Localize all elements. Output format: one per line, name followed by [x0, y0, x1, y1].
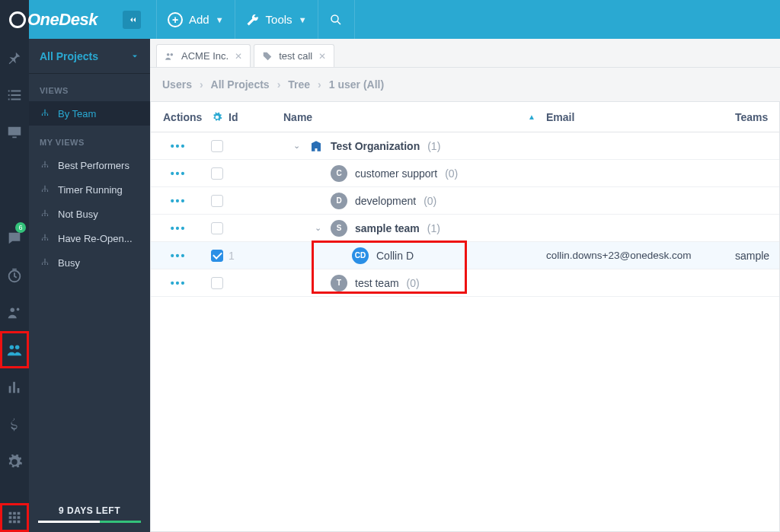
- avatar: S: [331, 220, 347, 237]
- row-checkbox[interactable]: [211, 140, 223, 152]
- col-name[interactable]: Name ▲: [283, 111, 546, 123]
- tools-button[interactable]: Tools ▼: [235, 0, 318, 39]
- tab-bar: ACME Inc. ✕ test call ✕: [150, 39, 780, 68]
- row-checkbox[interactable]: [211, 195, 223, 207]
- chevron-down-icon: ▼: [299, 15, 307, 24]
- plus-icon: +: [168, 12, 183, 27]
- disclose-toggle[interactable]: ⌄: [312, 223, 323, 234]
- avatar: CD: [352, 247, 369, 264]
- svg-point-2: [17, 307, 20, 311]
- table-row[interactable]: •••Ddevelopment(0): [151, 187, 779, 215]
- gear-icon: [212, 112, 222, 123]
- row-actions-button[interactable]: •••: [151, 140, 206, 152]
- row-actions-button[interactable]: •••: [151, 167, 206, 180]
- tab-test-call[interactable]: test call ✕: [254, 44, 334, 67]
- view-label: Best Performers: [58, 160, 129, 171]
- col-teams[interactable]: Teams: [735, 111, 779, 123]
- tab-close-icon[interactable]: ✕: [235, 51, 242, 62]
- project-selector-label: All Projects: [40, 50, 98, 62]
- view-label: Not Busy: [58, 209, 98, 220]
- crumb-count: 1 user (All): [329, 78, 384, 91]
- table-row[interactable]: •••⌄Test Organization(1): [151, 132, 779, 160]
- row-name-cell[interactable]: Ccustomer support(0): [283, 165, 546, 182]
- users-icon: [165, 51, 175, 62]
- row-checkbox[interactable]: [211, 277, 223, 289]
- svg-point-4: [15, 345, 19, 349]
- table-row[interactable]: •••1CDCollin Dcollin.downs+23@onedesk.co…: [151, 242, 779, 269]
- rail-billing-icon[interactable]: [0, 406, 29, 443]
- table-row[interactable]: •••Ttest team(0): [151, 269, 779, 297]
- search-button[interactable]: [318, 0, 355, 39]
- rail-analytics-icon[interactable]: [0, 368, 29, 406]
- views-heading: VIEWS: [29, 74, 150, 101]
- myview-best-performers[interactable]: Best Performers: [29, 153, 150, 177]
- col-email[interactable]: Email: [546, 111, 735, 123]
- svg-point-6: [167, 53, 170, 56]
- row-name-cell[interactable]: ⌄Ssample team(1): [283, 220, 546, 237]
- column-settings-button[interactable]: [206, 112, 229, 123]
- hierarchy-icon: [40, 108, 50, 119]
- row-count: (0): [407, 277, 420, 289]
- row-actions-button[interactable]: •••: [151, 250, 206, 262]
- brand-logo: OneDesk: [0, 0, 98, 39]
- row-actions-button[interactable]: •••: [151, 222, 206, 234]
- myview-not-busy[interactable]: Not Busy: [29, 202, 150, 226]
- rail-users-icon[interactable]: [0, 331, 29, 368]
- crumb-tree[interactable]: Tree: [288, 78, 310, 91]
- col-id[interactable]: Id: [229, 111, 283, 123]
- rail-settings-icon[interactable]: [0, 443, 29, 480]
- avatar: C: [331, 165, 347, 182]
- wrench-icon: [246, 13, 260, 27]
- row-name: sample team: [355, 222, 420, 234]
- row-teams: sample: [735, 250, 779, 262]
- svg-point-5: [331, 15, 338, 22]
- row-checkbox[interactable]: [211, 222, 223, 234]
- rail-apps-icon[interactable]: [0, 503, 29, 532]
- crumb-all-projects[interactable]: All Projects: [211, 78, 270, 91]
- chevron-down-icon: [130, 52, 139, 61]
- row-count: (0): [424, 195, 436, 207]
- rail-monitor-icon[interactable]: [0, 113, 29, 151]
- row-name-cell[interactable]: Ddevelopment(0): [283, 193, 546, 209]
- crumb-users[interactable]: Users: [162, 78, 192, 91]
- disclose-toggle[interactable]: ⌄: [291, 141, 302, 151]
- view-label: Busy: [58, 257, 80, 269]
- search-icon: [329, 13, 343, 27]
- row-id: 1: [229, 250, 283, 262]
- table-row[interactable]: •••Ccustomer support(0): [151, 160, 779, 187]
- col-actions[interactable]: Actions: [151, 111, 206, 123]
- sidebar-collapse-button[interactable]: [123, 11, 141, 29]
- rail-timer-icon[interactable]: [0, 256, 29, 294]
- row-name-cell[interactable]: ⌄Test Organization(1): [283, 139, 546, 153]
- row-checkbox[interactable]: [211, 167, 223, 180]
- row-actions-button[interactable]: •••: [151, 277, 206, 289]
- myview-busy[interactable]: Busy: [29, 250, 150, 275]
- tab-label: test call: [279, 50, 312, 62]
- add-button[interactable]: + Add ▼: [156, 0, 235, 39]
- project-selector[interactable]: All Projects: [29, 39, 150, 74]
- tag-icon: [262, 51, 273, 62]
- row-name-cell[interactable]: Ttest team(0): [283, 275, 546, 291]
- tools-label: Tools: [266, 13, 292, 26]
- rail-tasks-icon[interactable]: [0, 76, 29, 113]
- rail-pin-icon[interactable]: [0, 39, 29, 76]
- breadcrumb: Users › All Projects › Tree › 1 user (Al…: [150, 68, 780, 101]
- avatar: T: [331, 275, 347, 291]
- chevron-right-icon: ›: [318, 78, 321, 91]
- row-checkbox[interactable]: [211, 250, 223, 262]
- rail-messages-icon[interactable]: 6: [0, 219, 29, 256]
- row-actions-button[interactable]: •••: [151, 195, 206, 207]
- table-row[interactable]: •••⌄Ssample team(1): [151, 215, 779, 242]
- row-name-cell[interactable]: CDCollin D: [283, 247, 546, 264]
- trial-progress: [38, 521, 141, 523]
- myview-timer-running[interactable]: Timer Running: [29, 177, 150, 202]
- users-grid: Actions Id Name ▲ Email Teams •••⌄Test O…: [150, 101, 780, 532]
- row-name: Collin D: [376, 250, 414, 262]
- trial-footer: 9 DAYS LEFT: [29, 498, 150, 532]
- myview-have-reopen[interactable]: Have Re-Open...: [29, 226, 150, 250]
- tab-acme[interactable]: ACME Inc. ✕: [156, 44, 251, 67]
- rail-customers-icon[interactable]: [0, 294, 29, 331]
- view-by-team[interactable]: By Team: [29, 101, 150, 126]
- tab-close-icon[interactable]: ✕: [318, 51, 326, 62]
- chevron-right-icon: ›: [277, 78, 281, 91]
